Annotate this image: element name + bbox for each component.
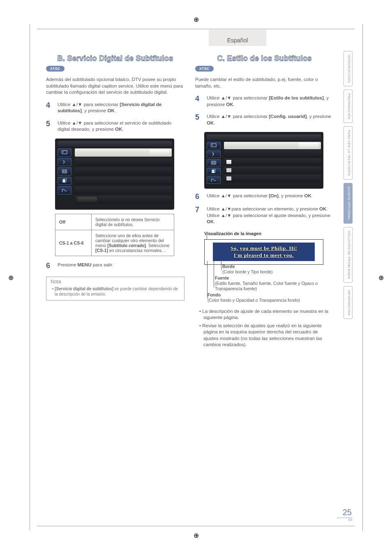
step-5-left: 5 Utilice ▲/▼ para seleccionar el servic… [46,120,184,133]
menu-row [224,166,321,174]
label-borde: Borde [222,264,235,269]
page-lang-code: ES [337,518,353,521]
menu-icon-settings [58,177,71,185]
tv-menu-screenshot-left [55,139,174,210]
label-fuente: Fuente [215,275,229,280]
print-registration-icon: ⊕ [378,274,384,282]
table-value: Selecciónelo si no desea Servicio digita… [92,214,174,230]
print-registration-icon: ⊕ [8,274,14,282]
side-tab-preparacion[interactable]: PREPARACIÓN [344,90,353,123]
caption-sample-text: So, you must be Philip. Hi! I'm pleased … [231,245,297,259]
table-key: CS-1 a CS-6 [55,230,92,256]
menu-icon-channel [58,167,71,176]
menu-row-highlighted [75,148,172,157]
note-box: Nota • [Servicio digital de subtítulos] … [46,277,184,301]
step-body: Presione MENU para salir. [58,262,184,269]
menu-icon-other [58,186,71,194]
label-fuente-desc: (Estilo fuente, Tamaño fuente, Color fue… [215,281,322,291]
menu-icon-sound [58,158,71,166]
section-heading-b: B. Servicio Digital de Subtítulos [46,54,184,63]
step-body: Utilice ▲/▼para seleccionar un elemento,… [207,206,334,225]
step-6-right: 6 Utilice ▲/▼ para seleccionar [On], y p… [195,193,334,200]
bullet-list: La descripción de ajuste de cada element… [198,308,334,348]
label-fondo-desc: (Color fondo y Opacidad o Transparencia … [208,298,322,303]
step-number: 4 [195,95,202,108]
step-body: Utilice ▲/▼ para seleccionar [On], y pre… [207,193,334,200]
step-4-left: 4 Utilice ▲/▼ para seleccionar [Servicio… [46,102,184,114]
table-key: Off [55,214,92,230]
atsc-pill: ATSC [195,66,214,72]
step-body: Utilice ▲/▼ para seleccionar [Config. us… [207,113,334,126]
table-row: CS-1 a CS-6 Seleccione uno de ellos ante… [55,230,174,256]
step-6-left: 6 Presione MENU para salir. [46,262,184,269]
menu-row-highlighted [224,142,321,149]
step-7-right: 7 Utilice ▲/▼para seleccionar un element… [195,206,334,225]
label-borde-desc: (Color borde y Tipo borde) [222,269,322,275]
step-5-right: 5 Utilice ▲/▼ para seleccionar [Config. … [195,113,334,126]
note-title: Nota [51,279,180,284]
menu-icon-settings [207,168,221,175]
page-number: 25 ES [337,508,353,521]
atsc-pill: ATSC [46,66,65,72]
step-body: Utilice ▲/▼ para seleccionar el servicio… [58,120,184,133]
print-registration-icon: ⊕ [194,16,199,23]
label-fondo: Fondo [208,292,221,297]
step-number: 5 [46,120,53,133]
svg-point-10 [212,145,213,146]
menu-icon-sound [207,150,221,158]
menu-icon-picture [58,148,71,157]
svg-rect-9 [211,143,216,147]
svg-rect-2 [62,170,67,173]
section-heading-c: C. Estilo de los Subtítulos [195,54,334,63]
options-table: Off Selecciónelo si no desea Servicio di… [55,214,174,256]
column-right: C. Estilo de los Subtítulos ATSC Puede c… [195,54,334,350]
side-tab-informacion[interactable]: INFORMACIÓN [344,286,353,319]
list-item: La descripción de ajuste de cada element… [198,308,334,321]
menu-icon-channel [207,159,221,166]
menu-icon-other [207,176,221,184]
menu-row [224,175,321,182]
side-tab-ver-tv[interactable]: PARA VER LA TELEVISIÓN [344,126,353,179]
menu-row [75,158,172,166]
page-number-value: 25 [337,508,353,518]
visualization-box: So, you must be Philip. Hi! I'm pleased … [204,239,323,265]
side-tab-ajuste-opcional[interactable]: AJUSTE OPCIONAL [344,183,353,224]
language-tab-label: Español [227,37,248,44]
step-number: 6 [46,262,53,269]
side-tab-solucion[interactable]: SOLUCIÓN DE PROBLEMAS [344,227,353,283]
menu-row [75,186,172,194]
table-value: Seleccione uno de ellos antes de cambiar… [92,230,174,256]
step-number: 4 [46,102,53,114]
print-registration-icon: ⊕ [194,532,199,539]
step-body: Utilice ▲/▼ para seleccionar [Servicio d… [58,102,184,114]
column-left: B. Servicio Digital de Subtítulos ATSC A… [46,54,184,350]
note-body: • [Servicio digital de subtítulos] se pu… [51,286,180,297]
language-tab: Español [209,30,266,46]
step-body: Utilice ▲/▼ para seleccionar [Estilo de … [207,95,334,108]
section-b-intro: Además del subtitulado opcional básico, … [46,76,184,96]
side-tab-introduccion[interactable]: INTRODUCCIÓN [344,51,353,86]
step-4-right: 4 Utilice ▲/▼ para seleccionar [Estilo d… [195,95,334,108]
menu-row [75,177,172,185]
table-row: Off Selecciónelo si no desea Servicio di… [55,214,174,230]
svg-point-1 [63,151,64,152]
menu-row [75,167,172,176]
svg-rect-11 [212,161,216,164]
visualization-title: Visualización de la imagen [204,231,334,236]
step-number: 5 [195,113,202,126]
step-number: 6 [195,193,202,200]
tv-menu-screenshot-right [204,132,323,189]
step-number: 7 [195,206,202,225]
menu-row [224,158,321,166]
menu-row [75,196,172,204]
menu-icon-picture [207,142,221,149]
list-item: Revise la selección de ajustes que reali… [198,323,334,348]
menu-row [224,150,321,157]
section-c-intro: Puede cambiar el estilo de subtitulado, … [195,76,334,89]
svg-rect-0 [62,150,67,154]
side-tabs: INTRODUCCIÓN PREPARACIÓN PARA VER LA TEL… [344,51,353,319]
